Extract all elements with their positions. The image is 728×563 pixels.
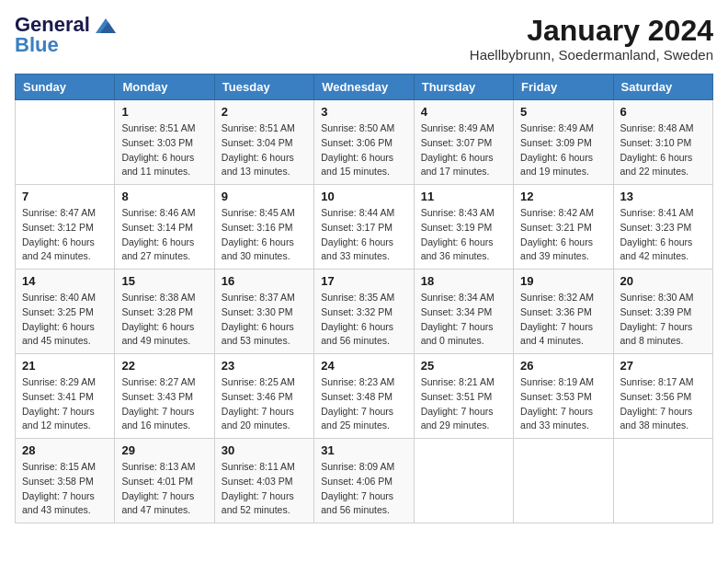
calendar-cell: 30Sunrise: 8:11 AMSunset: 4:03 PMDayligh… (214, 439, 313, 523)
header-monday: Monday (115, 75, 214, 100)
day-number: 24 (321, 359, 406, 373)
day-number: 15 (121, 274, 207, 288)
calendar-cell: 24Sunrise: 8:23 AMSunset: 3:48 PMDayligh… (314, 354, 414, 439)
day-info: Sunrise: 8:43 AMSunset: 3:19 PMDaylight:… (421, 206, 506, 264)
day-info: Sunrise: 8:35 AMSunset: 3:32 PMDaylight:… (321, 291, 406, 349)
calendar-week-row: 14Sunrise: 8:40 AMSunset: 3:25 PMDayligh… (16, 270, 713, 354)
calendar-cell: 26Sunrise: 8:19 AMSunset: 3:53 PMDayligh… (514, 354, 613, 439)
calendar-cell: 12Sunrise: 8:42 AMSunset: 3:21 PMDayligh… (514, 185, 613, 270)
day-number: 5 (520, 105, 606, 119)
calendar-location: Haellbybrunn, Soedermanland, Sweden (470, 47, 713, 63)
day-number: 17 (321, 274, 406, 288)
day-info: Sunrise: 8:49 AMSunset: 3:07 PMDaylight:… (421, 121, 506, 179)
day-number: 29 (121, 443, 207, 457)
calendar-cell: 18Sunrise: 8:34 AMSunset: 3:34 PMDayligh… (414, 270, 513, 354)
calendar-table: SundayMondayTuesdayWednesdayThursdayFrid… (15, 74, 713, 523)
day-info: Sunrise: 8:25 AMSunset: 3:46 PMDaylight:… (222, 375, 307, 433)
day-info: Sunrise: 8:49 AMSunset: 3:09 PMDaylight:… (520, 121, 606, 179)
day-info: Sunrise: 8:11 AMSunset: 4:03 PMDaylight:… (222, 460, 307, 518)
day-number: 31 (321, 443, 406, 457)
calendar-cell: 2Sunrise: 8:51 AMSunset: 3:04 PMDaylight… (214, 100, 313, 185)
day-info: Sunrise: 8:41 AMSunset: 3:23 PMDaylight:… (620, 206, 706, 264)
day-number: 12 (520, 190, 606, 203)
day-info: Sunrise: 8:17 AMSunset: 3:56 PMDaylight:… (620, 375, 706, 433)
calendar-cell: 4Sunrise: 8:49 AMSunset: 3:07 PMDaylight… (414, 100, 513, 185)
day-number: 25 (421, 359, 506, 373)
logo: General Blue (15, 15, 116, 55)
calendar-cell: 9Sunrise: 8:45 AMSunset: 3:16 PMDaylight… (214, 185, 313, 270)
calendar-cell: 27Sunrise: 8:17 AMSunset: 3:56 PMDayligh… (613, 354, 712, 439)
calendar-cell: 15Sunrise: 8:38 AMSunset: 3:28 PMDayligh… (115, 270, 214, 354)
day-number: 13 (620, 190, 706, 203)
day-info: Sunrise: 8:21 AMSunset: 3:51 PMDaylight:… (421, 375, 506, 433)
day-info: Sunrise: 8:19 AMSunset: 3:53 PMDaylight:… (520, 375, 606, 433)
logo-text: General Blue (15, 15, 116, 55)
day-info: Sunrise: 8:44 AMSunset: 3:17 PMDaylight:… (321, 206, 406, 264)
calendar-cell: 10Sunrise: 8:44 AMSunset: 3:17 PMDayligh… (314, 185, 414, 270)
calendar-cell: 13Sunrise: 8:41 AMSunset: 3:23 PMDayligh… (613, 185, 712, 270)
day-info: Sunrise: 8:46 AMSunset: 3:14 PMDaylight:… (121, 206, 207, 264)
calendar-cell: 25Sunrise: 8:21 AMSunset: 3:51 PMDayligh… (414, 354, 513, 439)
day-number: 8 (121, 190, 207, 203)
day-number: 20 (620, 274, 706, 288)
day-number: 11 (421, 190, 506, 203)
calendar-cell: 8Sunrise: 8:46 AMSunset: 3:14 PMDaylight… (115, 185, 214, 270)
calendar-cell: 29Sunrise: 8:13 AMSunset: 4:01 PMDayligh… (115, 439, 214, 523)
calendar-cell: 23Sunrise: 8:25 AMSunset: 3:46 PMDayligh… (214, 354, 313, 439)
day-info: Sunrise: 8:38 AMSunset: 3:28 PMDaylight:… (121, 291, 207, 349)
header-tuesday: Tuesday (214, 75, 313, 100)
day-number: 18 (421, 274, 506, 288)
day-number: 1 (121, 105, 207, 119)
day-info: Sunrise: 8:40 AMSunset: 3:25 PMDaylight:… (22, 291, 108, 349)
calendar-cell: 31Sunrise: 8:09 AMSunset: 4:06 PMDayligh… (314, 439, 414, 523)
calendar-cell: 16Sunrise: 8:37 AMSunset: 3:30 PMDayligh… (214, 270, 313, 354)
day-info: Sunrise: 8:29 AMSunset: 3:41 PMDaylight:… (22, 375, 108, 433)
day-number: 9 (222, 190, 307, 203)
calendar-cell (514, 439, 613, 523)
day-info: Sunrise: 8:37 AMSunset: 3:30 PMDaylight:… (222, 291, 307, 349)
calendar-month-year: January 2024 (470, 15, 713, 47)
calendar-cell: 6Sunrise: 8:48 AMSunset: 3:10 PMDaylight… (613, 100, 712, 185)
day-info: Sunrise: 8:27 AMSunset: 3:43 PMDaylight:… (121, 375, 207, 433)
day-number: 7 (22, 190, 108, 203)
day-info: Sunrise: 8:30 AMSunset: 3:39 PMDaylight:… (620, 291, 706, 349)
day-number: 21 (22, 359, 108, 373)
calendar-cell: 22Sunrise: 8:27 AMSunset: 3:43 PMDayligh… (115, 354, 214, 439)
day-number: 26 (520, 359, 606, 373)
calendar-cell: 20Sunrise: 8:30 AMSunset: 3:39 PMDayligh… (613, 270, 712, 354)
day-number: 2 (222, 105, 307, 119)
calendar-week-row: 1Sunrise: 8:51 AMSunset: 3:03 PMDaylight… (16, 100, 713, 185)
calendar-cell: 17Sunrise: 8:35 AMSunset: 3:32 PMDayligh… (314, 270, 414, 354)
day-number: 23 (222, 359, 307, 373)
calendar-cell: 28Sunrise: 8:15 AMSunset: 3:58 PMDayligh… (16, 439, 115, 523)
day-number: 14 (22, 274, 108, 288)
day-info: Sunrise: 8:48 AMSunset: 3:10 PMDaylight:… (620, 121, 706, 179)
day-info: Sunrise: 8:47 AMSunset: 3:12 PMDaylight:… (22, 206, 108, 264)
day-number: 30 (222, 443, 307, 457)
day-number: 22 (121, 359, 207, 373)
day-info: Sunrise: 8:09 AMSunset: 4:06 PMDaylight:… (321, 460, 406, 518)
calendar-cell (16, 100, 115, 185)
day-info: Sunrise: 8:23 AMSunset: 3:48 PMDaylight:… (321, 375, 406, 433)
calendar-cell (414, 439, 513, 523)
calendar-title-block: January 2024 Haellbybrunn, Soedermanland… (470, 15, 713, 63)
calendar-header-row: SundayMondayTuesdayWednesdayThursdayFrid… (16, 75, 713, 100)
day-number: 19 (520, 274, 606, 288)
header-friday: Friday (514, 75, 613, 100)
calendar-cell: 1Sunrise: 8:51 AMSunset: 3:03 PMDaylight… (115, 100, 214, 185)
calendar-cell: 5Sunrise: 8:49 AMSunset: 3:09 PMDaylight… (514, 100, 613, 185)
calendar-cell: 19Sunrise: 8:32 AMSunset: 3:36 PMDayligh… (514, 270, 613, 354)
page-header: General Blue January 2024 Haellbybrunn, … (15, 15, 713, 63)
calendar-cell: 3Sunrise: 8:50 AMSunset: 3:06 PMDaylight… (314, 100, 414, 185)
day-info: Sunrise: 8:34 AMSunset: 3:34 PMDaylight:… (421, 291, 506, 349)
day-info: Sunrise: 8:51 AMSunset: 3:03 PMDaylight:… (121, 121, 207, 179)
day-number: 10 (321, 190, 406, 203)
calendar-cell: 11Sunrise: 8:43 AMSunset: 3:19 PMDayligh… (414, 185, 513, 270)
day-info: Sunrise: 8:51 AMSunset: 3:04 PMDaylight:… (222, 121, 307, 179)
header-sunday: Sunday (16, 75, 115, 100)
day-info: Sunrise: 8:15 AMSunset: 3:58 PMDaylight:… (22, 460, 108, 518)
calendar-cell (613, 439, 712, 523)
calendar-cell: 21Sunrise: 8:29 AMSunset: 3:41 PMDayligh… (16, 354, 115, 439)
calendar-cell: 7Sunrise: 8:47 AMSunset: 3:12 PMDaylight… (16, 185, 115, 270)
day-info: Sunrise: 8:13 AMSunset: 4:01 PMDaylight:… (121, 460, 207, 518)
